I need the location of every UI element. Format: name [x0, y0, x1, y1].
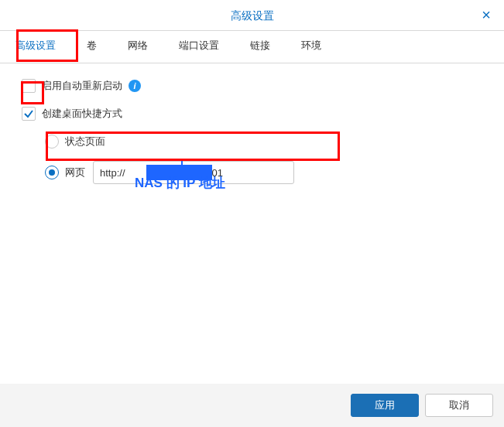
apply-button[interactable]: 应用 — [351, 394, 419, 417]
dialog-title: 高级设置 — [231, 9, 274, 22]
desktop-shortcut-checkbox[interactable] — [22, 107, 36, 121]
auto-restart-checkbox[interactable] — [22, 79, 36, 93]
tab-advanced[interactable]: 高级设置 — [0, 31, 71, 63]
info-icon[interactable]: i — [129, 80, 141, 92]
web-page-label: 网页 — [65, 166, 85, 179]
tab-link[interactable]: 链接 — [235, 31, 286, 63]
status-page-radio[interactable] — [45, 135, 59, 149]
tab-network[interactable]: 网络 — [112, 31, 163, 63]
row-web-page: 网页 http:// :3001 — [45, 161, 482, 184]
dialog-titlebar: 高级设置 × — [0, 0, 504, 31]
dialog-footer: 应用 取消 — [0, 384, 504, 427]
desktop-shortcut-label: 创建桌面快捷方式 — [42, 107, 122, 121]
cancel-button[interactable]: 取消 — [425, 394, 493, 417]
auto-restart-label: 启用自动重新启动 — [42, 79, 122, 93]
annotation-text: NAS 的 IP 地址 — [135, 174, 225, 192]
url-prefix: http:// — [100, 167, 125, 179]
tab-volume[interactable]: 卷 — [71, 31, 112, 63]
close-icon[interactable]: × — [479, 8, 493, 22]
web-page-radio[interactable] — [45, 166, 59, 179]
content-area: 启用自动重新启动 i 创建桌面快捷方式 状态页面 网页 http:// :300… — [0, 63, 504, 209]
tab-bar: 高级设置 卷 网络 端口设置 链接 环境 — [0, 31, 504, 63]
annotation-line — [181, 160, 183, 174]
tab-port[interactable]: 端口设置 — [163, 31, 235, 63]
row-status-page: 状态页面 — [45, 133, 482, 150]
row-desktop-shortcut: 创建桌面快捷方式 — [22, 105, 482, 122]
status-page-label: 状态页面 — [65, 135, 105, 149]
row-auto-restart: 启用自动重新启动 i — [22, 77, 482, 94]
tab-env[interactable]: 环境 — [286, 31, 337, 63]
